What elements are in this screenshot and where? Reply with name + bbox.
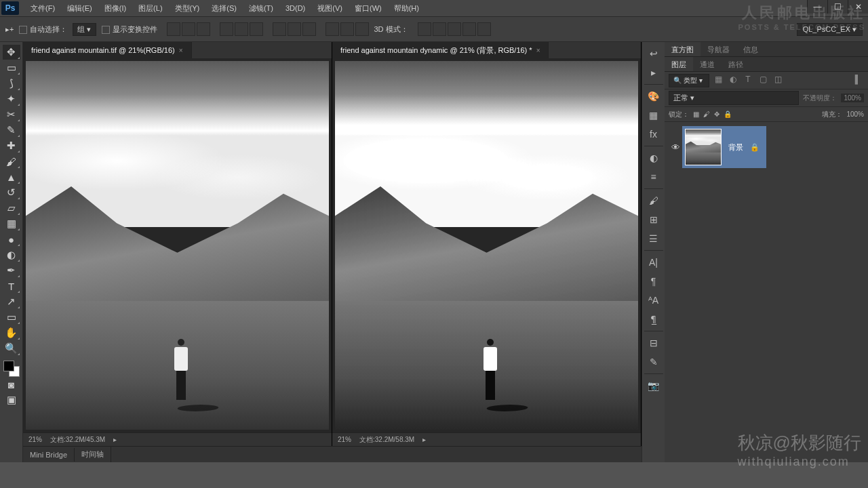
filter-shape-icon[interactable]: ▢ bbox=[757, 75, 769, 87]
channels-tab[interactable]: 通道 bbox=[693, 57, 722, 71]
fill-value[interactable]: 100% bbox=[846, 110, 864, 118]
document-tab-2[interactable]: friend against mountain dynamic @ 21% (背… bbox=[332, 42, 549, 58]
minimize-button[interactable]: — bbox=[807, 0, 827, 14]
adjustments-icon[interactable]: ◐ bbox=[646, 150, 662, 165]
lasso-tool[interactable]: ⟆ bbox=[3, 76, 20, 91]
align-icon[interactable] bbox=[167, 22, 180, 36]
histogram-tab[interactable]: 直方图 bbox=[665, 42, 701, 56]
camera-icon[interactable]: 📷 bbox=[646, 378, 662, 393]
close-tab-icon[interactable]: × bbox=[179, 47, 183, 54]
path-tool[interactable]: ↗ bbox=[3, 294, 20, 309]
brush-tool[interactable]: 🖌 bbox=[3, 154, 20, 169]
gradient-tool[interactable]: ▦ bbox=[3, 216, 20, 231]
paragraph-icon[interactable]: ¶ bbox=[646, 274, 662, 289]
close-tab-icon[interactable]: × bbox=[536, 47, 540, 54]
clone-source-icon[interactable]: ⊞ bbox=[646, 212, 662, 227]
opacity-value[interactable]: 100% bbox=[841, 94, 864, 102]
filter-pixel-icon[interactable]: ▦ bbox=[712, 75, 724, 87]
align-icon[interactable] bbox=[235, 22, 248, 36]
layer-visibility-icon[interactable]: 👁 bbox=[669, 142, 682, 152]
actions-icon[interactable]: ▸ bbox=[646, 65, 662, 80]
zoom-level[interactable]: 21% bbox=[338, 436, 351, 443]
auto-select-dropdown[interactable]: 组 ▾ bbox=[73, 23, 96, 36]
dodge-tool[interactable]: ◐ bbox=[3, 247, 20, 262]
marquee-tool[interactable]: ▭ bbox=[3, 60, 20, 75]
magic-wand-tool[interactable]: ✦ bbox=[3, 92, 20, 106]
menu-file[interactable]: 文件(F) bbox=[24, 3, 61, 14]
3d-icon[interactable] bbox=[418, 22, 431, 36]
menu-help[interactable]: 帮助(H) bbox=[388, 3, 425, 14]
healing-tool[interactable]: ✚ bbox=[3, 138, 20, 153]
notes-icon[interactable]: ✎ bbox=[646, 354, 662, 369]
distribute-icon[interactable] bbox=[302, 22, 316, 36]
type-tool[interactable]: T bbox=[3, 279, 20, 293]
align-icon[interactable] bbox=[197, 22, 210, 36]
shape-tool[interactable]: ▭ bbox=[3, 310, 20, 325]
lock-pixels-icon[interactable]: 🖌 bbox=[703, 110, 710, 118]
layers-tab[interactable]: 图层 bbox=[665, 57, 693, 71]
hand-tool[interactable]: ✋ bbox=[3, 325, 20, 340]
stamp-tool[interactable]: ▲ bbox=[3, 169, 20, 184]
3d-icon[interactable] bbox=[433, 22, 446, 36]
mini-bridge-tab[interactable]: Mini Bridge bbox=[23, 448, 75, 462]
menu-select[interactable]: 选择(S) bbox=[205, 3, 243, 14]
navigator-tab[interactable]: 导航器 bbox=[701, 42, 736, 56]
tool-presets-icon[interactable]: ☰ bbox=[646, 231, 662, 246]
distribute-icon[interactable] bbox=[340, 22, 354, 36]
lock-position-icon[interactable]: ✥ bbox=[714, 110, 719, 118]
history-brush-tool[interactable]: ↺ bbox=[3, 185, 20, 200]
styles-icon[interactable]: fx bbox=[646, 127, 662, 142]
brush-icon[interactable]: 🖌 bbox=[646, 193, 662, 208]
distribute-icon[interactable] bbox=[273, 22, 286, 36]
eraser-tool[interactable]: ▱ bbox=[3, 201, 20, 216]
filter-type-icon[interactable]: T bbox=[742, 75, 754, 87]
align-icon[interactable] bbox=[182, 22, 195, 36]
screen-mode-toggle[interactable]: ▣ bbox=[3, 392, 20, 407]
doc-size[interactable]: 文档:32.2M/45.3M bbox=[50, 435, 105, 445]
canvas-2[interactable] bbox=[332, 58, 641, 432]
paths-tab[interactable]: 路径 bbox=[722, 57, 750, 71]
distribute-icon[interactable] bbox=[355, 22, 369, 36]
lock-transparency-icon[interactable]: ▦ bbox=[693, 110, 699, 118]
move-tool[interactable]: ✥ bbox=[3, 45, 20, 60]
show-transform-checkbox[interactable] bbox=[102, 26, 110, 34]
status-arrow-icon[interactable]: ▸ bbox=[422, 436, 426, 443]
color-icon[interactable]: 🎨 bbox=[646, 89, 662, 104]
properties-icon[interactable]: ≡ bbox=[646, 169, 662, 184]
layer-name[interactable]: 背景 bbox=[728, 142, 743, 152]
history-icon[interactable]: ↩ bbox=[646, 46, 662, 61]
menu-window[interactable]: 窗口(W) bbox=[349, 3, 388, 14]
layer-thumbnail[interactable] bbox=[685, 129, 722, 165]
status-arrow-icon[interactable]: ▸ bbox=[113, 436, 117, 443]
3d-icon[interactable] bbox=[462, 22, 476, 36]
quick-mask-toggle[interactable]: ◙ bbox=[3, 377, 20, 392]
distribute-icon[interactable] bbox=[288, 22, 301, 36]
eyedropper-tool[interactable]: ✎ bbox=[3, 123, 20, 138]
workspace-selector[interactable]: QL_PsCC_EX ▾ bbox=[797, 23, 863, 36]
close-button[interactable]: ✕ bbox=[848, 0, 868, 14]
zoom-tool[interactable]: 🔍 bbox=[3, 341, 20, 356]
maximize-button[interactable]: ☐ bbox=[827, 0, 848, 14]
blend-mode-dropdown[interactable]: 正常 ▾ bbox=[669, 91, 799, 105]
timeline-tab[interactable]: 时间轴 bbox=[75, 447, 111, 462]
zoom-level[interactable]: 21% bbox=[28, 436, 42, 443]
doc-size[interactable]: 文档:32.2M/58.3M bbox=[359, 435, 414, 445]
swatches-icon[interactable]: ▦ bbox=[646, 108, 662, 123]
align-icon[interactable] bbox=[250, 22, 263, 36]
menu-view[interactable]: 视图(V) bbox=[311, 3, 349, 14]
menu-edit[interactable]: 编辑(E) bbox=[61, 3, 98, 14]
menu-layer[interactable]: 图层(L) bbox=[132, 3, 168, 14]
3d-icon[interactable] bbox=[448, 22, 461, 36]
menu-3d[interactable]: 3D(D) bbox=[279, 4, 311, 12]
filter-smart-icon[interactable]: ◫ bbox=[772, 75, 784, 87]
canvas-1[interactable] bbox=[23, 58, 332, 432]
character-icon[interactable]: A| bbox=[646, 255, 662, 270]
layer-background[interactable]: 背景 🔒 bbox=[682, 126, 766, 168]
layer-comps-icon[interactable]: ⊟ bbox=[646, 336, 662, 350]
menu-image[interactable]: 图像(I) bbox=[98, 3, 132, 14]
filter-adjust-icon[interactable]: ◐ bbox=[727, 75, 739, 87]
filter-toggle-icon[interactable]: ▌ bbox=[852, 75, 864, 87]
auto-select-checkbox[interactable] bbox=[19, 26, 27, 34]
distribute-icon[interactable] bbox=[326, 22, 339, 36]
blur-tool[interactable]: ● bbox=[3, 232, 20, 247]
